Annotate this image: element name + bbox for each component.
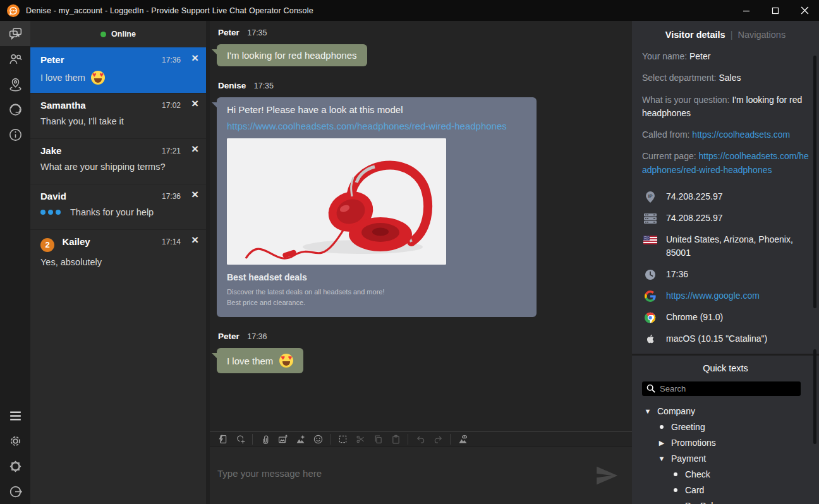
send-image-button[interactable]: [275, 433, 290, 446]
search-icon: [646, 384, 655, 393]
tree-item-greeting[interactable]: Greeting: [632, 419, 819, 435]
chats-icon: [8, 26, 23, 42]
chats-nav-button[interactable]: [0, 21, 30, 46]
image-preview-button[interactable]: [455, 433, 470, 446]
field-department: Select department: Sales: [642, 71, 809, 85]
info-nav-button[interactable]: [0, 122, 30, 147]
meta-browser: Chrome (91.0): [643, 311, 809, 324]
emoji-picker-button[interactable]: [310, 433, 325, 446]
meta-ip: IP 74.208.225.97: [643, 190, 809, 203]
notifications-icon: [8, 459, 23, 474]
apple-os-icon: [643, 333, 657, 345]
message-composer: [210, 447, 632, 504]
provide-support-logo-icon: [7, 4, 20, 17]
logout-button[interactable]: [0, 479, 30, 504]
online-status-icon: [100, 32, 106, 37]
close-chat-icon[interactable]: ×: [191, 143, 198, 155]
insert-quick-text-button[interactable]: [215, 433, 230, 446]
quick-texts-search[interactable]: [642, 381, 801, 396]
geo-location-nav-button[interactable]: [0, 71, 30, 97]
cut-button[interactable]: [353, 433, 368, 446]
message-history[interactable]: Peter 17:35 I'm looking for red headphon…: [210, 21, 632, 431]
chrome-browser-icon: [643, 311, 657, 324]
logout-icon: [8, 484, 23, 500]
send-message-button[interactable]: [594, 464, 619, 488]
headphones-photo[interactable]: [227, 138, 446, 265]
field-current-page: Current page: https://coolheadsets.com/h…: [642, 150, 809, 177]
tree-item-promotions[interactable]: ▶ Promotions: [632, 435, 819, 451]
send-screenshot-button[interactable]: [293, 433, 308, 446]
tree-item-paypal[interactable]: PayPal: [632, 498, 819, 504]
bullet-icon: [674, 488, 677, 492]
quick-texts-title: Quick texts: [632, 363, 819, 373]
visitor-meta: IP 74.208.225.97 74.208.225.97 United St…: [632, 185, 819, 345]
chat-list-item-peter[interactable]: Peter 17:36 × I love them ♥♥: [30, 47, 206, 93]
message-visitor: Peter 17:36 I love them ♥♥: [217, 330, 632, 373]
meta-local-time: 17:36: [643, 268, 809, 281]
field-called-from: Called from: https://coolheadsets.com: [642, 128, 809, 141]
meta-location: United States, Arizona, Phoenix, 85001: [643, 233, 809, 260]
redo-button[interactable]: [430, 433, 446, 446]
bullet-icon: [674, 472, 677, 476]
tree-item-check[interactable]: Check: [632, 467, 819, 483]
quick-texts-section: Quick texts ▼ Company Greeting ▶: [632, 356, 819, 504]
quick-texts-tree: ▼ Company Greeting ▶ Promotions ▼ Paymen…: [632, 404, 819, 504]
meta-referrer: https://www.google.com: [643, 289, 809, 303]
collapsed-icon: ▶: [657, 439, 666, 447]
navigation-rail: [0, 21, 30, 504]
minimize-button[interactable]: [732, 0, 761, 21]
heart-eyes-emoji: ♥♥: [91, 71, 105, 85]
chat-list-item-kailey[interactable]: 2 Kailey 17:14 × Yes, absolutely: [30, 229, 206, 275]
svg-text:IP: IP: [648, 194, 653, 198]
close-chat-icon[interactable]: ×: [191, 97, 198, 110]
pre-chat-fields: Your name: Peter Select department: Sale…: [632, 49, 819, 177]
unread-count-badge: 2: [40, 238, 54, 252]
expanded-icon: ▼: [657, 455, 666, 462]
composer-toolbar: [210, 431, 632, 447]
close-chat-icon[interactable]: ×: [191, 188, 198, 201]
geo-location-icon: [8, 76, 23, 92]
visitors-nav-button[interactable]: [0, 46, 30, 71]
tab-navigations[interactable]: Navigations: [737, 30, 786, 40]
chat-list-item-jake[interactable]: Jake 17:21 × What are your shipping term…: [30, 138, 206, 184]
visitor-details-panel: Visitor details | Navigations Your name:…: [632, 21, 819, 504]
chat-list-item-david[interactable]: David 17:36 × Thanks for your help: [30, 184, 206, 229]
search-input[interactable]: [660, 384, 796, 393]
heart-eyes-emoji: ♥♥: [279, 354, 293, 368]
menu-button[interactable]: [0, 403, 30, 428]
add-quick-text-button[interactable]: [233, 433, 248, 446]
close-chat-icon[interactable]: ×: [191, 52, 198, 64]
paste-button[interactable]: [388, 433, 403, 446]
called-from-link[interactable]: https://coolheadsets.com: [692, 129, 790, 140]
google-referrer-icon: [643, 290, 657, 303]
product-link[interactable]: https://www.coolheadsets.com/headphones/…: [227, 121, 526, 131]
close-button[interactable]: [790, 0, 819, 21]
maximize-button[interactable]: [761, 0, 790, 21]
settings-button[interactable]: [0, 428, 30, 453]
tree-item-payment[interactable]: ▼ Payment: [632, 451, 819, 467]
undo-button[interactable]: [413, 433, 428, 446]
close-chat-icon[interactable]: ×: [191, 234, 198, 246]
tree-item-company[interactable]: ▼ Company: [632, 404, 819, 419]
tree-item-card[interactable]: Card: [632, 483, 819, 498]
host-icon: [643, 212, 657, 225]
operator-status[interactable]: Online: [30, 21, 206, 47]
ip-address-icon: IP: [643, 191, 657, 203]
quick-texts-scrollbar[interactable]: [813, 349, 816, 444]
copy-button[interactable]: [370, 433, 385, 446]
titlebar: Denise - my_account - LoggedIn - Provide…: [0, 0, 819, 21]
message-input[interactable]: [210, 447, 632, 504]
chat-list-item-samantha[interactable]: Samantha 17:02 × Thank you, I'll take it: [30, 93, 206, 138]
meta-os: macOS (10.15 "Catalina"): [643, 332, 809, 345]
details-scrollbar[interactable]: [813, 56, 816, 308]
window-title: Denise - my_account - LoggedIn - Provide…: [26, 6, 313, 15]
notifications-button[interactable]: [0, 453, 30, 479]
tab-visitor-details[interactable]: Visitor details: [665, 30, 725, 40]
select-area-button[interactable]: [335, 433, 350, 446]
link-preview-title: Best headset deals: [227, 272, 526, 282]
operator-nav-button[interactable]: [0, 97, 30, 122]
attach-file-button[interactable]: [257, 433, 272, 446]
details-tabs: Visitor details | Navigations: [632, 21, 819, 49]
us-flag-icon: [643, 234, 657, 246]
referrer-link[interactable]: https://www.google.com: [666, 289, 760, 303]
